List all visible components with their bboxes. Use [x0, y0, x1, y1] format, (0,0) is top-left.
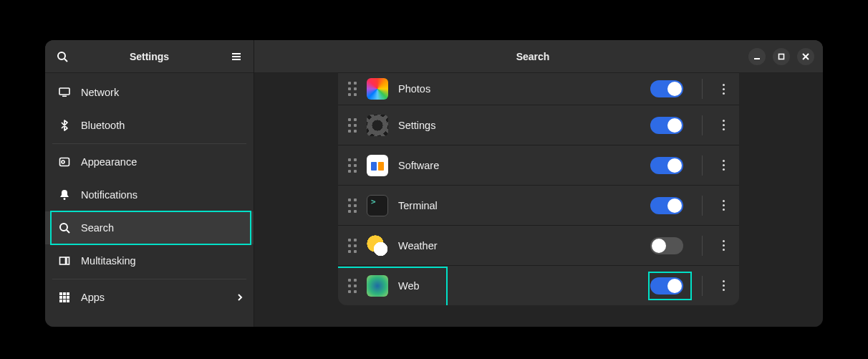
sidebar-search-button[interactable] [52, 47, 72, 67]
provider-label: Terminal [398, 200, 438, 211]
provider-row-terminal: Terminal [338, 185, 739, 225]
drag-handle[interactable] [348, 82, 357, 96]
drag-handle[interactable] [348, 239, 357, 253]
svg-line-11 [67, 230, 69, 233]
bluetooth-icon [58, 120, 71, 131]
provider-toggle-photos[interactable] [650, 80, 683, 97]
svg-rect-13 [67, 257, 69, 264]
sidebar-item-notifications[interactable]: Notifications [45, 178, 254, 211]
multitasking-icon [58, 255, 71, 267]
sidebar-separator [52, 143, 246, 144]
svg-rect-16 [67, 292, 69, 295]
provider-toggle-web[interactable] [650, 277, 683, 295]
row-separator [702, 115, 703, 135]
sidebar-list: NetworkBluetoothAppearanceNotificationsS… [45, 73, 254, 327]
apps-icon [58, 292, 71, 302]
search-icon [57, 51, 68, 62]
sidebar-separator [52, 279, 246, 279]
sidebar-item-label: Bluetooth [81, 120, 125, 131]
appearance-icon [58, 156, 71, 168]
sidebar-item-label: Network [81, 87, 119, 98]
sidebar: Settings NetworkBluetoothAppearanceNotif… [45, 40, 254, 327]
chevron-right-icon [236, 292, 243, 302]
row-separator [702, 236, 703, 256]
provider-toggle-weather[interactable] [650, 237, 683, 254]
svg-rect-14 [59, 292, 62, 295]
svg-point-10 [60, 224, 67, 231]
settings-icon [367, 115, 388, 136]
sidebar-item-network[interactable]: Network [45, 76, 254, 109]
row-separator [702, 196, 703, 216]
svg-point-9 [64, 198, 66, 200]
maximize-icon [778, 53, 785, 60]
row-separator [702, 79, 703, 99]
svg-line-1 [64, 59, 67, 62]
photos-icon [367, 78, 388, 100]
terminal-icon [367, 195, 388, 216]
provider-label: Software [398, 160, 439, 171]
provider-label: Web [398, 280, 420, 292]
sidebar-item-label: Appearance [81, 156, 137, 168]
search-icon [58, 222, 71, 234]
svg-rect-5 [59, 88, 69, 95]
drag-handle[interactable] [348, 279, 357, 293]
content-area: PhotosSettingsSoftwareTerminalWeatherWeb [254, 73, 823, 327]
sidebar-item-appearance[interactable]: Appearance [45, 145, 254, 178]
web-icon [367, 275, 388, 297]
close-button[interactable] [797, 48, 814, 65]
minimize-button[interactable] [748, 48, 766, 65]
provider-options-settings[interactable] [718, 115, 729, 135]
sidebar-item-label: Search [81, 222, 114, 234]
svg-rect-21 [63, 300, 66, 302]
provider-toggle-terminal[interactable] [650, 197, 683, 214]
provider-label: Weather [398, 240, 438, 252]
provider-row-weather: Weather [338, 225, 739, 265]
bell-icon [58, 189, 71, 201]
provider-options-software[interactable] [718, 155, 729, 175]
sidebar-item-bluetooth[interactable]: Bluetooth [45, 109, 254, 142]
svg-rect-15 [63, 292, 66, 295]
sidebar-title: Settings [72, 51, 226, 62]
svg-rect-19 [67, 296, 69, 299]
svg-rect-17 [59, 296, 62, 299]
provider-row-settings: Settings [338, 105, 739, 145]
maximize-button[interactable] [773, 48, 790, 65]
sidebar-item-multitasking[interactable]: Multitasking [45, 244, 254, 277]
software-icon [367, 155, 388, 176]
svg-rect-12 [60, 257, 66, 264]
provider-toggle-settings[interactable] [650, 117, 683, 134]
row-separator [702, 155, 703, 176]
sidebar-item-apps[interactable]: Apps [45, 281, 254, 314]
provider-options-terminal[interactable] [718, 196, 729, 215]
sidebar-item-search[interactable]: Search [45, 211, 254, 244]
main-header: Search [254, 40, 823, 73]
provider-row-software: Software [338, 145, 739, 185]
svg-point-0 [58, 52, 65, 59]
svg-rect-18 [63, 296, 66, 299]
hamburger-icon [231, 51, 242, 62]
svg-rect-6 [62, 96, 67, 97]
svg-rect-20 [59, 300, 62, 302]
row-separator [702, 276, 703, 296]
provider-options-photos[interactable] [718, 80, 729, 99]
drag-handle[interactable] [348, 118, 357, 133]
sidebar-header: Settings [45, 40, 254, 73]
search-providers-list: PhotosSettingsSoftwareTerminalWeatherWeb [338, 73, 739, 305]
provider-row-web: Web [338, 265, 739, 305]
sidebar-item-label: Multitasking [81, 255, 136, 267]
svg-rect-24 [779, 54, 784, 59]
svg-point-8 [62, 161, 64, 163]
drag-handle[interactable] [348, 198, 357, 213]
svg-rect-22 [67, 300, 69, 302]
sidebar-menu-button[interactable] [226, 47, 246, 67]
drag-handle[interactable] [348, 158, 357, 173]
sidebar-item-label: Apps [81, 292, 105, 303]
provider-toggle-software[interactable] [650, 157, 683, 174]
provider-options-weather[interactable] [718, 236, 729, 255]
page-title: Search [317, 51, 748, 62]
provider-row-photos: Photos [338, 73, 739, 105]
minimize-icon [753, 53, 761, 60]
provider-options-web[interactable] [718, 276, 729, 295]
monitor-icon [58, 87, 71, 98]
provider-label: Settings [398, 120, 435, 131]
